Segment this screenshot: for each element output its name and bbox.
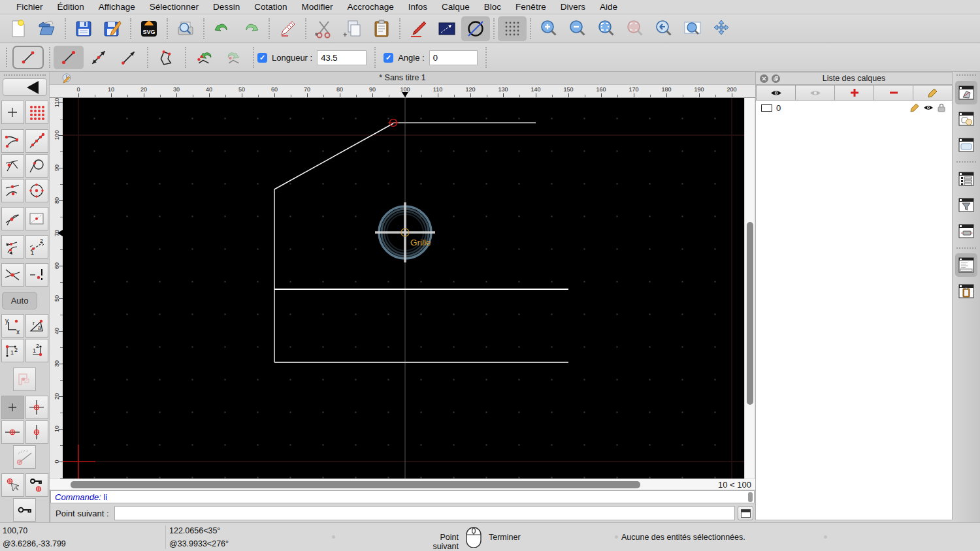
current-tool-line-button[interactable] — [12, 46, 44, 69]
angle-input[interactable] — [429, 50, 478, 65]
snap-on-entity-button[interactable] — [25, 129, 48, 153]
intersection-manual-button[interactable] — [1, 263, 24, 287]
lock-relative-zero-button[interactable] — [25, 473, 48, 497]
draw-circle-line-button[interactable] — [461, 16, 490, 41]
dock-block-list-button[interactable] — [955, 107, 977, 131]
menu-item-cotation[interactable]: Cotation — [247, 2, 294, 12]
set-relative-zero-button[interactable] — [13, 498, 36, 522]
menu-item-calque[interactable]: Calque — [434, 2, 477, 12]
menu-item-accrochage[interactable]: Accrochage — [340, 2, 400, 12]
copy-button[interactable] — [338, 16, 367, 41]
command-history[interactable]: Commande: li — [50, 490, 755, 503]
layer-edit-icon[interactable] — [910, 103, 919, 112]
draw-pencil-button[interactable] — [404, 16, 433, 41]
edit-layer-button[interactable] — [913, 85, 953, 101]
polyline-undo-button[interactable] — [189, 46, 220, 69]
selection-tool-button[interactable] — [433, 16, 461, 41]
zoom-window-button[interactable] — [678, 16, 707, 41]
snap-center-button[interactable] — [25, 179, 48, 202]
line-arrow-button[interactable] — [114, 46, 144, 69]
horizontal-scrollbar[interactable]: 10 < 100 — [50, 479, 755, 490]
grid-toggle-button[interactable] — [498, 16, 527, 41]
new-file-button[interactable] — [4, 16, 33, 41]
dock-entity-list-button[interactable] — [955, 167, 977, 191]
layer-color-swatch[interactable] — [761, 104, 772, 112]
snap-middle-button[interactable] — [1, 179, 24, 202]
dock-command-line-button[interactable] — [955, 253, 977, 277]
snap-angles-button[interactable] — [1, 235, 24, 259]
layer-lock-icon[interactable] — [938, 103, 945, 112]
menu-item-affichage[interactable]: Affichage — [91, 2, 142, 12]
menu-item-dessin[interactable]: Dessin — [206, 2, 247, 12]
snap-select-button[interactable] — [1, 473, 24, 497]
layer-visibility-icon[interactable] — [923, 104, 934, 112]
toolbar-handle[interactable] — [6, 48, 7, 67]
zoom-previous-button[interactable] — [649, 16, 678, 41]
snap-distance-button[interactable]: 12 — [25, 235, 48, 259]
dock-pen-palette-button[interactable] — [955, 219, 977, 243]
menu-item-fichier[interactable]: Fichier — [9, 2, 50, 12]
command-input[interactable] — [114, 506, 735, 520]
menu-item-bloc[interactable]: Bloc — [477, 2, 508, 12]
polyline-button[interactable] — [152, 46, 182, 69]
hide-all-layers-button[interactable] — [795, 85, 835, 101]
print-preview-button[interactable] — [171, 16, 200, 41]
snap-exclaim-button[interactable] — [25, 263, 48, 287]
length-checkbox[interactable]: ✓ — [257, 53, 267, 63]
zoom-pan-button[interactable] — [707, 16, 736, 41]
dock-clipboard-button[interactable] — [955, 279, 977, 303]
dock-layer-list-button[interactable] — [955, 81, 977, 104]
zoom-selection-button[interactable] — [621, 16, 649, 41]
horizontal-scrollbar-thumb[interactable] — [71, 481, 640, 488]
remove-layer-button[interactable] — [874, 85, 913, 101]
dock-library-browser-button[interactable] — [955, 133, 977, 157]
save-button[interactable] — [69, 16, 98, 41]
zoom-in-button[interactable] — [534, 16, 563, 41]
coord-absolute-button[interactable]: 12 — [1, 339, 24, 362]
menu-item-aide[interactable]: Aide — [593, 2, 625, 12]
restrict-vertical-button[interactable] — [25, 420, 48, 444]
coord-polar-button[interactable]: ra — [25, 314, 48, 338]
dock-handle[interactable] — [956, 74, 976, 76]
polyline-redo-button[interactable] — [220, 46, 250, 69]
snap-endpoints-button[interactable] — [1, 129, 24, 153]
show-all-layers-button[interactable] — [756, 85, 796, 101]
save-as-button[interactable] — [98, 16, 127, 41]
menu-item-edition[interactable]: Édition — [50, 2, 91, 12]
snap-perpendicular-button[interactable] — [1, 154, 24, 178]
restrict-orthogonal-button[interactable] — [25, 396, 48, 419]
add-layer-button[interactable] — [834, 85, 874, 101]
svg-export-button[interactable]: SVG — [135, 16, 163, 41]
angle-checkbox[interactable]: ✓ — [384, 53, 393, 63]
cut-button[interactable] — [310, 16, 338, 41]
snap-grid-button[interactable] — [25, 101, 48, 124]
delete-button[interactable] — [273, 16, 302, 41]
coord-relative-button[interactable]: 12 — [25, 339, 48, 362]
zoom-auto-button[interactable] — [592, 16, 621, 41]
snap-intersection-button[interactable] — [1, 207, 24, 230]
zoom-out-button[interactable] — [563, 16, 592, 41]
keyboard-toggle-button[interactable] — [738, 506, 753, 520]
undo-button[interactable] — [208, 16, 237, 41]
menu-item-fenetre[interactable]: Fenêtre — [508, 2, 553, 12]
menu-item-modifier[interactable]: Modifier — [294, 2, 340, 12]
restrict-nothing-button[interactable] — [1, 396, 24, 419]
paste-button[interactable] — [367, 16, 396, 41]
drawing-canvas[interactable]: Grille — [63, 98, 744, 479]
free-snap-button[interactable] — [1, 101, 24, 124]
redo-button[interactable] — [237, 16, 265, 41]
menu-item-divers[interactable]: Divers — [553, 2, 593, 12]
back-button[interactable] — [3, 78, 47, 96]
line-double-arrow-button[interactable] — [84, 46, 114, 69]
snap-tangent-button[interactable] — [25, 154, 48, 178]
auto-snap-button[interactable]: Auto — [2, 292, 37, 309]
coord-cartesian-button[interactable]: yx — [1, 314, 24, 338]
line-2points-button[interactable] — [54, 46, 84, 69]
dock-selection-filter-button[interactable] — [955, 193, 977, 217]
layer-row[interactable]: 0 — [756, 102, 952, 114]
restrict-box-button[interactable] — [25, 207, 48, 230]
vertical-scrollbar[interactable] — [744, 98, 755, 479]
angle-gauge-button[interactable] — [13, 445, 36, 469]
menu-item-selectionner[interactable]: Sélectionner — [142, 2, 206, 12]
command-history-scrollbar[interactable] — [748, 492, 753, 502]
